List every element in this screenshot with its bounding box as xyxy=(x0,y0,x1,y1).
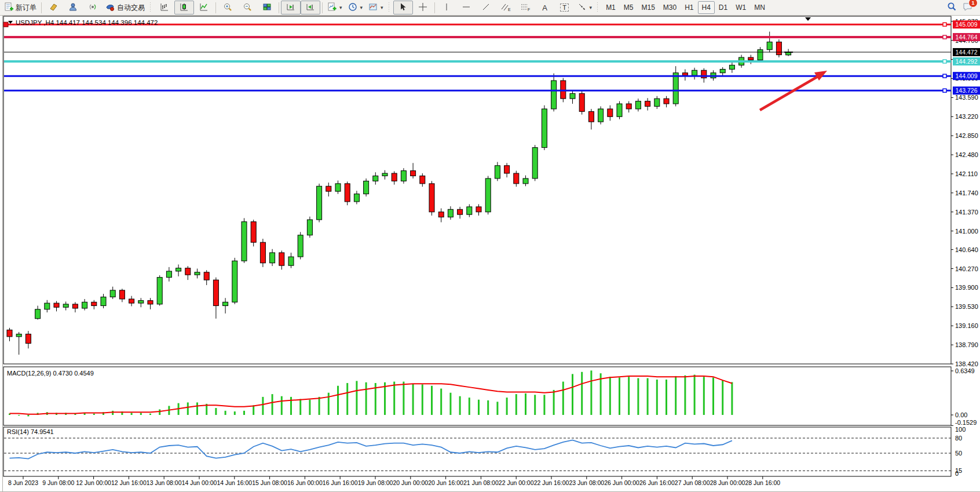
time-tick-label: 20 Jun 16:00 xyxy=(428,479,463,486)
notifications-button[interactable]: 1 xyxy=(963,2,973,14)
equidistant-channel-icon: E xyxy=(500,2,511,13)
profiles-button[interactable] xyxy=(63,1,83,14)
rsi-tick-label: 80 xyxy=(955,435,962,442)
signals-button[interactable] xyxy=(83,1,103,14)
candle-body xyxy=(776,42,781,54)
time-tick-label: 21 Jun 08:00 xyxy=(463,479,499,486)
time-tick-label: 14 Jun 16:00 xyxy=(217,479,252,486)
time-tick-label: 12 Jun 00:00 xyxy=(76,479,111,486)
tab-timeframe-m1[interactable]: M1 xyxy=(602,1,620,14)
text-label-tool-button[interactable]: T xyxy=(555,1,575,14)
svg-text:E: E xyxy=(508,8,511,12)
candle-body xyxy=(608,109,613,116)
candle-body xyxy=(16,334,21,336)
candle-body xyxy=(326,186,331,191)
zoom-in-icon xyxy=(223,2,232,13)
tab-timeframe-m30[interactable]: M30 xyxy=(659,1,681,14)
candle-body xyxy=(185,268,191,275)
zoom-in-button[interactable] xyxy=(218,1,237,14)
time-tick-label: 12 Jun 16:00 xyxy=(111,479,147,486)
chart-shift-button[interactable] xyxy=(301,1,320,14)
metaeditor-button[interactable] xyxy=(43,1,63,14)
candle-body xyxy=(429,184,434,212)
hline-handle[interactable] xyxy=(943,35,946,39)
candle-body xyxy=(242,222,247,261)
tab-timeframe-h1[interactable]: H1 xyxy=(681,1,697,14)
horizontal-line-icon xyxy=(462,2,471,13)
candle-body xyxy=(598,109,604,122)
tab-timeframe-mn[interactable]: MN xyxy=(750,1,769,14)
candle-body xyxy=(382,173,387,176)
hline-handle[interactable] xyxy=(943,74,946,78)
fibonacci-icon: F xyxy=(520,2,531,13)
candle-body xyxy=(45,303,50,309)
time-tick-label: 16 Jun 16:00 xyxy=(323,479,358,486)
auto-trading-button[interactable]: 自动交易 xyxy=(103,1,148,14)
vertical-line-icon xyxy=(442,2,451,13)
toolbar-grip xyxy=(597,2,599,13)
tab-timeframe-w1[interactable]: W1 xyxy=(732,1,750,14)
cursor-icon xyxy=(398,2,408,13)
fibonacci-tool-button[interactable]: F xyxy=(515,1,535,14)
tile-windows-button[interactable] xyxy=(257,1,277,14)
auto-scroll-button[interactable] xyxy=(281,1,301,14)
line-chart-button[interactable] xyxy=(194,1,214,14)
candle-body xyxy=(758,50,763,60)
text-tool-button[interactable]: A xyxy=(535,1,555,14)
zoom-out-button[interactable] xyxy=(237,1,257,14)
vertical-line-tool-button[interactable] xyxy=(437,1,456,14)
zoom-out-icon xyxy=(243,2,252,13)
crosshair-icon xyxy=(418,2,427,13)
price-tick-label: 142.480 xyxy=(955,151,978,158)
rsi-panel[interactable] xyxy=(3,427,951,476)
candle-body xyxy=(635,101,641,109)
tab-timeframe-h4[interactable]: H4 xyxy=(698,1,715,14)
tab-timeframe-d1[interactable]: D1 xyxy=(715,1,732,14)
hline-handle[interactable] xyxy=(943,60,946,63)
tab-timeframe-m5[interactable]: M5 xyxy=(620,1,638,14)
new-order-button[interactable]: 新订单 xyxy=(1,1,39,14)
macd-panel[interactable] xyxy=(3,367,951,425)
toolbar-separator xyxy=(434,2,435,13)
chart-window[interactable]: 145.070144.700144.330143.960143.590143.2… xyxy=(0,16,980,492)
new-order-label: 新订单 xyxy=(16,3,36,13)
tab-timeframe-m15[interactable]: M15 xyxy=(637,1,659,14)
candle-body xyxy=(364,181,369,194)
time-tick-label: 23 Jun 08:00 xyxy=(569,479,604,486)
templates-button[interactable]: ▾ xyxy=(365,1,386,14)
timeframe-toolbar: M1M5M15M30H1H4D1W1MN xyxy=(602,1,769,14)
price-label: 144.009 xyxy=(956,72,978,79)
candle-body xyxy=(129,299,134,303)
hline-handle[interactable] xyxy=(943,23,946,26)
price-label: 145.009 xyxy=(956,21,978,28)
candle-body xyxy=(373,176,378,181)
candle-body xyxy=(25,334,31,343)
horizontal-line-tool-button[interactable] xyxy=(456,1,476,14)
bar-chart-button[interactable] xyxy=(155,1,174,14)
channel-tool-button[interactable]: E xyxy=(496,1,515,14)
trendline-tool-button[interactable] xyxy=(476,1,496,14)
price-tick-label: 141.370 xyxy=(955,209,978,216)
crosshair-tool-button[interactable] xyxy=(413,1,433,14)
candlestick-chart-button[interactable] xyxy=(174,1,194,14)
candle-body xyxy=(438,212,444,217)
bar-chart-icon xyxy=(160,2,169,13)
price-label: 143.726 xyxy=(956,87,978,94)
hline-handle[interactable] xyxy=(943,89,946,92)
candle-body xyxy=(504,166,510,173)
arrows-tool-button[interactable]: ▾ xyxy=(575,1,595,14)
search-icon[interactable] xyxy=(947,2,957,14)
auto-scroll-icon xyxy=(286,2,295,13)
main-chart-plot[interactable] xyxy=(3,16,951,364)
chart-canvas[interactable]: 145.070144.700144.330143.960143.590143.2… xyxy=(0,16,980,492)
indicators-button[interactable]: ▾ xyxy=(324,1,345,14)
rsi-tick-label: 100 xyxy=(955,426,966,433)
candle-body xyxy=(260,242,265,263)
periods-button[interactable]: ▾ xyxy=(345,1,366,14)
profiles-icon xyxy=(68,2,78,13)
hline-left-handle[interactable] xyxy=(3,22,8,27)
auto-trading-label: 自动交易 xyxy=(117,3,145,13)
cursor-tool-button[interactable] xyxy=(393,1,413,14)
candle-body xyxy=(157,278,162,304)
candle-body xyxy=(588,111,594,122)
